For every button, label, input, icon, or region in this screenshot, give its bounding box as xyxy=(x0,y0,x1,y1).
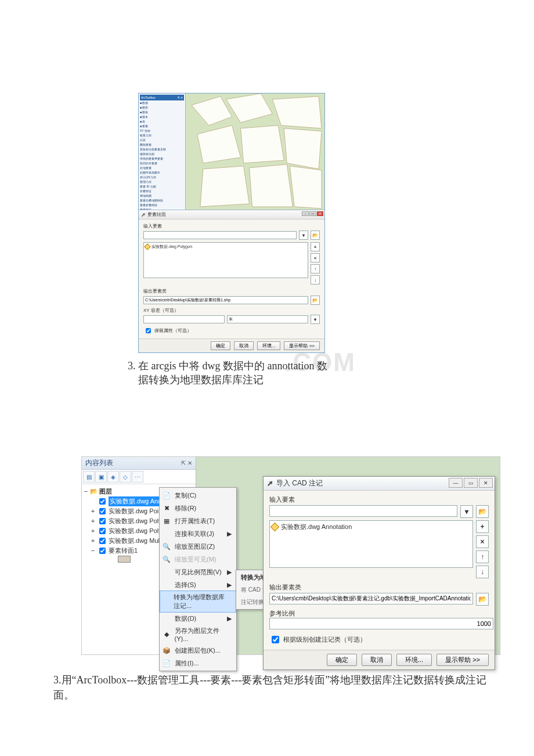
maximize-button[interactable]: ▭ xyxy=(309,211,316,216)
arctoolbox-tree[interactable]: ArcToolbox⇱ ✕ ■ 数据■ 图形■ 图表■ 版本■ 表■ 要素 XY… xyxy=(139,93,186,210)
toolbox-tree-item[interactable]: 检查几何 xyxy=(140,133,184,138)
list-item[interactable]: 实验数据.dwg Polygon xyxy=(145,244,306,250)
move-up-button[interactable]: ↑ xyxy=(476,550,489,563)
add-button[interactable]: + xyxy=(476,520,489,533)
context-menu-item[interactable]: 📄复制(C) xyxy=(160,489,236,502)
map-canvas[interactable] xyxy=(186,93,324,210)
input-features-combo[interactable] xyxy=(143,231,297,239)
move-down-button[interactable]: ↓ xyxy=(311,275,320,285)
remove-button[interactable]: × xyxy=(311,253,320,262)
help-button[interactable]: 显示帮助 >> xyxy=(284,341,320,350)
list-by-drawing-icon[interactable]: ▤ xyxy=(83,471,95,483)
ok-button[interactable]: 确定 xyxy=(327,654,357,666)
output-browse-button[interactable]: 📂 xyxy=(311,296,320,305)
cad-input-dropdown-button[interactable]: ▾ xyxy=(460,505,473,518)
context-menu-item[interactable]: 📄属性(I)... xyxy=(160,657,236,669)
pin-icon[interactable]: ⇱ ✕ xyxy=(178,95,183,100)
ok-button[interactable]: 确定 xyxy=(211,341,230,350)
cad-dialog-titlebar[interactable]: 导入 CAD 注记 — ▭ ✕ xyxy=(264,477,495,491)
toc-options-icon[interactable]: ⋯ xyxy=(132,471,143,483)
xy-tolerance-input[interactable] xyxy=(143,315,225,323)
cancel-button[interactable]: 取消 xyxy=(362,654,392,666)
context-menu-item[interactable]: 📦创建图层包(K)... xyxy=(160,644,236,657)
toolbox-tree-item[interactable]: 要素 ID 分配 xyxy=(140,184,184,189)
list-by-visibility-icon[interactable]: ◈ xyxy=(107,471,119,483)
toolbox-tree-item[interactable]: 修剪标注面 xyxy=(140,152,184,156)
input-dropdown-button[interactable]: ▾ xyxy=(299,231,308,240)
toolbox-tree-item[interactable]: 分区 xyxy=(140,138,184,142)
remove-icon: ✖ xyxy=(162,503,171,513)
minimize-button[interactable]: — xyxy=(449,478,463,488)
toolbox-tree-item[interactable]: XY 坐标 xyxy=(140,128,184,133)
context-menu-item[interactable]: ◆另存为图层文件(Y)... xyxy=(160,625,236,644)
toolbox-tree-item[interactable]: 传统的要素类要素 xyxy=(140,156,184,161)
add-button[interactable]: + xyxy=(311,242,320,251)
context-menu-item[interactable]: 可见比例范围(V)▶ xyxy=(160,566,236,578)
toolbox-tree-item[interactable]: ■ 图表 xyxy=(140,110,184,114)
toolbox-tree-item[interactable]: ■ 图形 xyxy=(140,105,184,110)
context-menu-item[interactable]: ✖移除(R) xyxy=(160,502,236,514)
toolbox-tree-item[interactable]: 此图件添加图片 xyxy=(140,170,184,175)
toolbox-tree-item[interactable]: ■ 数据 xyxy=(140,100,184,105)
layer-visibility-checkbox[interactable] xyxy=(99,538,106,544)
context-menu-item[interactable]: ▦打开属性表(T) xyxy=(160,514,236,527)
cad-output-path-input[interactable] xyxy=(269,593,473,604)
move-down-button[interactable]: ↓ xyxy=(476,566,489,578)
toolbox-tree-item[interactable]: ■ 表 xyxy=(140,119,184,124)
toolbox-tree-item[interactable]: 要素折叠线段 xyxy=(140,203,184,207)
layer-visibility-checkbox[interactable] xyxy=(99,528,106,534)
close-button[interactable]: ✕ xyxy=(317,211,323,216)
list-by-selection-icon[interactable]: ◇ xyxy=(120,471,131,483)
cad-input-combo[interactable] xyxy=(269,505,457,517)
layer-context-menu[interactable]: 📄复制(C)✖移除(R)▦打开属性表(T)连接和关联(J)▶🔍缩放至图层(Z)🔍… xyxy=(159,487,237,671)
context-menu-item[interactable]: 选择(S)▶ xyxy=(160,578,236,591)
toolbox-tree-item[interactable]: ■ 要素 xyxy=(140,124,184,128)
env-button[interactable]: 环境... xyxy=(396,654,432,666)
help-button[interactable]: 显示帮助 >> xyxy=(436,654,489,666)
xy-unit-dropdown-button[interactable]: ▾ xyxy=(311,315,320,324)
toolbox-tree-item[interactable]: 整理几何 xyxy=(140,179,184,184)
move-up-button[interactable]: ↑ xyxy=(311,264,320,273)
dialog-titlebar[interactable]: 要素转面 — ▭ ✕ xyxy=(139,210,324,219)
input-browse-button[interactable]: 📂 xyxy=(311,231,320,240)
output-path-input[interactable] xyxy=(143,296,308,304)
cancel-button[interactable]: 取消 xyxy=(234,341,254,350)
input-features-list[interactable]: 实验数据.dwg Polygon xyxy=(143,242,308,278)
xy-unit-select[interactable] xyxy=(227,315,308,323)
env-button[interactable]: 环境... xyxy=(257,341,281,350)
toolbox-tree-item[interactable]: ■ 版本 xyxy=(140,114,184,119)
context-menu-item[interactable]: 连接和关联(J)▶ xyxy=(160,527,236,540)
toolbox-tree-item[interactable]: 此地要素 xyxy=(140,165,184,170)
context-menu-item[interactable]: 转换为地理数据库注记... xyxy=(160,591,236,613)
context-menu-item[interactable]: 🔍缩放至图层(Z) xyxy=(160,540,236,553)
create-anno-class-checkbox[interactable] xyxy=(272,636,279,643)
close-button[interactable]: ✕ xyxy=(479,478,493,488)
toolbox-tree-item[interactable]: 区间比对要素 xyxy=(140,161,184,165)
ref-scale-input[interactable] xyxy=(269,618,493,629)
context-menu-item[interactable]: 数据(D)▶ xyxy=(160,612,236,625)
layer-visibility-checkbox[interactable] xyxy=(99,498,106,505)
toc-pin-close[interactable]: ⇱ ✕ xyxy=(181,460,192,466)
minimize-button[interactable]: — xyxy=(302,211,309,216)
toolbox-tree-item[interactable]: 折叠特征 xyxy=(140,189,184,193)
list-item[interactable]: 实验数据.dwg Annotation xyxy=(272,523,471,531)
remove-button[interactable]: × xyxy=(476,535,489,548)
keep-attributes-checkbox[interactable] xyxy=(146,328,151,333)
toolbox-tree-item[interactable]: 多(分)件几何 xyxy=(140,175,184,179)
layer-visibility-checkbox[interactable] xyxy=(99,548,106,554)
layer-visibility-checkbox[interactable] xyxy=(99,508,106,514)
svg-marker-7 xyxy=(200,166,250,207)
toolbox-tree-item[interactable]: 要素包裹地图线段 xyxy=(140,198,184,203)
cad-input-list[interactable]: 实验数据.dwg Annotation xyxy=(269,520,473,568)
maximize-button[interactable]: ▭ xyxy=(464,478,478,488)
toc-header[interactable]: 内容列表 ⇱ ✕ xyxy=(82,457,196,470)
toolbox-tree-item[interactable]: 删除要素 xyxy=(140,142,184,147)
layers-root[interactable]: 图层 xyxy=(99,487,112,496)
layer-visibility-checkbox[interactable] xyxy=(99,518,106,524)
toolbox-tree-item[interactable]: 测地线图 xyxy=(140,193,184,198)
toolbox-tree-item[interactable]: 要素特征 xyxy=(140,207,184,210)
cad-input-browse-button[interactable]: 📂 xyxy=(476,505,489,518)
toolbox-tree-item[interactable]: 更改标注面要素关联 xyxy=(140,147,184,152)
cad-output-browse-button[interactable]: 📂 xyxy=(476,593,489,606)
list-by-source-icon[interactable]: ▣ xyxy=(95,471,107,483)
